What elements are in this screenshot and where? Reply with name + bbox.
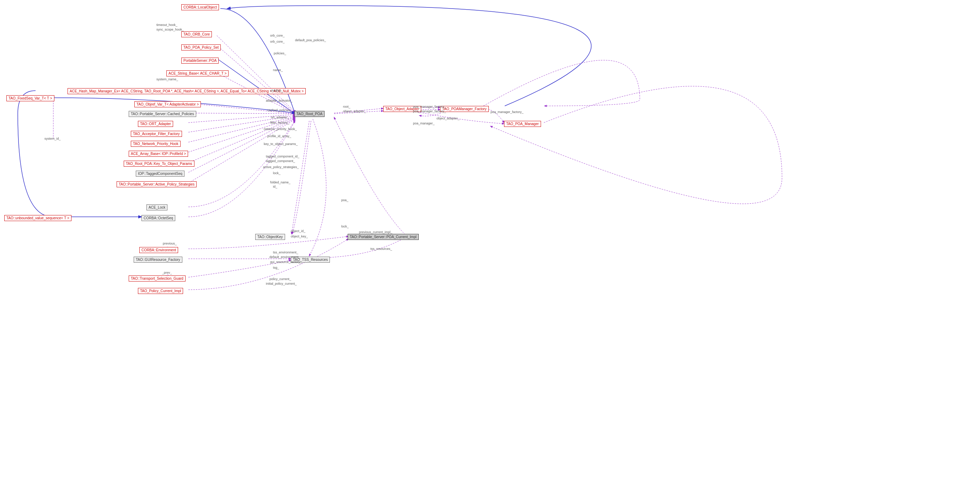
edge-label-cached-policies: cached_policies_ <box>267 108 292 112</box>
tao-poamanager-factory-node: TAO_POAManager_Factory <box>440 106 489 112</box>
edge-label-system-id: system_id_ <box>45 137 61 140</box>
ace-string-base-node: ACE_String_Base< ACE_CHAR_T > <box>166 70 229 76</box>
tao-root-poa-key-node: TAO_Root_POA::Key_To_Object_Params <box>124 161 194 167</box>
tao-portable-server-active-node: TAO::Portable_Server::Active_Policy_Stra… <box>116 181 197 187</box>
edge-label-previous: previous_ <box>163 242 177 245</box>
edge-label-active-policy-strategies: active_policy_strategies_ <box>263 165 299 169</box>
edge-label-lock-2: lock_ <box>341 225 349 228</box>
tao-objectkey-node: TAO::ObjectKey <box>255 234 285 240</box>
tao-network-priority-hook-node: TAO_Network_Priority_Hook <box>131 141 181 147</box>
edge-label-object-id: object_id_ <box>291 229 305 233</box>
edge-label-folded-name: folded_name_ <box>270 181 290 184</box>
edge-label-poa-manager-factory-3: poa_manager_factory_ <box>490 110 523 114</box>
tao-portable-server-poa-current-impl-node: TAO::Portable_Server::POA_Current_Impl <box>348 234 419 240</box>
edge-label-object-adapter-1: object_adapter_ <box>343 110 366 113</box>
edge-label-object-key: object_key_ <box>291 235 308 238</box>
edge-label-adapter-activator: adapter_activator_ <box>266 99 293 102</box>
tao-poa-policy-set-node: TAO_POA_Policy_Set <box>181 45 221 51</box>
edge-label-filter-factory: filter_factory_ <box>270 121 290 124</box>
tao-ort-adapter-node: TAO::ORT_Adapter <box>138 121 173 127</box>
edge-label-default-environment: default_environment_ <box>269 255 301 259</box>
tao-portable-server-cached-node: TAO::Portable_Server::Cached_Policies <box>129 111 196 117</box>
edge-label-timeout-hook: timeout_hook_ <box>156 23 177 27</box>
edge-label-poa-manager-factory-2: poa_manager_factory_ <box>413 110 446 113</box>
tao-objref-var-node: TAO_Objref_Var_T< AdapterActivator > <box>134 101 201 107</box>
edge-label-poa: poa_ <box>341 198 348 202</box>
edge-label-default-poa-policies: default_poa_policies_ <box>295 38 326 42</box>
tao-acceptor-filter-factory-node: TAO_Acceptor_Filter_Factory <box>131 131 182 137</box>
edge-label-initial-policy-current: initial_policy_current_ <box>266 282 297 285</box>
tao-policy-current-impl-node: TAO_Policy_Current_Impl <box>138 288 183 294</box>
edge-label-tagged-component-id: tagged_component_id_ <box>266 154 299 158</box>
edge-label-root: root_ <box>343 105 350 108</box>
edge-label-tsg: tsg_ <box>273 266 279 269</box>
edge-label-children: children_ <box>270 89 283 92</box>
edge-label-gui-resource-factory: gui_resource_factory_ <box>270 260 302 264</box>
edge-label-key-to-object-params: key_to_object_params_ <box>264 142 298 146</box>
edge-label-tss-environment: tss_environment_ <box>273 251 298 254</box>
edge-label-policy-current: policy_current_ <box>269 277 291 281</box>
edge-label-prev: _prev_ <box>162 271 172 274</box>
corba-localobject-node: CORBA::LocalObject <box>181 4 219 10</box>
ace-lock-node: ACE_Lock <box>146 204 167 210</box>
edge-label-orb-core-1: orb_core_ <box>270 34 285 37</box>
edge-label-profile-id-array: profile_id_array_ <box>267 134 291 138</box>
edge-label-name: name_ <box>273 68 283 72</box>
tao-transport-selection-guard-node: TAO::Transport_Selection_Guard <box>129 275 186 281</box>
edge-label-poa-manager: poa_manager_ <box>413 122 435 125</box>
tao-gui-resource-factory-node: TAO::GUIResource_Factory <box>134 257 182 263</box>
edge-label-tagged-component: tagged_component_ <box>266 159 295 163</box>
edge-label-id: id_ <box>273 185 277 188</box>
iop-taggedcomponentseq-node: IOP::TaggedComponentSeq <box>136 171 185 177</box>
portableserver-poa-node: PortableServer::POA <box>181 57 219 64</box>
tao-unbounded-value-sequence-node: TAO::unbounded_value_sequence< T > <box>4 215 72 221</box>
edge-label-lock-1: lock_ <box>273 171 280 175</box>
edge-label-orb-core-2: orb_core_ <box>270 40 285 43</box>
tao-root-poa-node: TAO_Root_POA <box>294 111 325 117</box>
edge-label-tss-resources: tss_resources_ <box>371 247 392 251</box>
ace-array-base-node: ACE_Array_Base< IOP::ProfileId > <box>129 151 188 157</box>
tao-fixedseq-var-node: TAO_FixedSeq_Var_T< T > <box>6 95 54 101</box>
edge-label-object-adapter-2: object_adapter_ <box>436 116 460 120</box>
tao-poa-manager-node: TAO_POA_Manager <box>504 121 541 127</box>
edge-label-sync-scope-hook: sync_scope_hook_ <box>156 28 184 31</box>
edge-label-policies: policies_ <box>274 51 286 55</box>
corba-environment-node: CORBA::Environment <box>139 247 178 253</box>
edge-label-poa-manager-factory-1: poa_manager_factory_ <box>413 105 446 108</box>
edge-label-network-priority-hook: network_priority_hook_ <box>264 127 297 131</box>
edge-label-system-name: system_name_ <box>156 78 178 81</box>
corba-octetseq-node: CORBA::OctetSeq <box>142 215 175 221</box>
edge-label-ort-adapter: ort_adapter_ <box>271 116 289 119</box>
edge-label-previous-current-impl: previous_current_impl_ <box>359 230 393 234</box>
tao-orb-core-node: TAO_ORB_Core <box>181 31 212 37</box>
